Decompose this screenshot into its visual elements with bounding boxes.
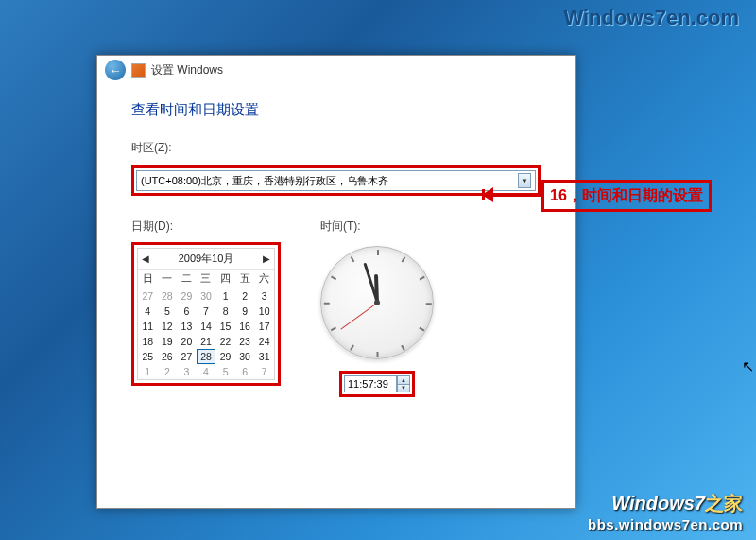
calendar-day[interactable]: 2 xyxy=(235,288,255,304)
back-button[interactable]: ← xyxy=(105,60,126,80)
setup-window: ← 设置 Windows 查看时间和日期设置 时区(Z): (UTC+08:00… xyxy=(96,55,576,509)
clock-tick xyxy=(377,250,379,255)
clock-tick xyxy=(402,256,405,262)
calendar-day[interactable]: 31 xyxy=(254,349,274,364)
time-input[interactable] xyxy=(344,375,397,392)
calendar-day[interactable]: 13 xyxy=(177,319,197,334)
calendar-prev-button[interactable]: ◀ xyxy=(140,253,151,264)
calendar-day[interactable]: 22 xyxy=(215,334,235,349)
calendar-dow: 二 xyxy=(177,270,197,288)
clock-tick xyxy=(377,352,379,357)
calendar-day[interactable]: 25 xyxy=(138,349,158,364)
clock-tick xyxy=(420,327,425,331)
calendar-day[interactable]: 20 xyxy=(177,334,197,349)
calendar-highlight-box: ◀ 2009年10月 ▶ 日一二三四五六27282930123456789101… xyxy=(131,242,281,386)
watermark-top: Windows7en.com xyxy=(563,6,739,30)
calendar-day[interactable]: 9 xyxy=(235,304,255,319)
calendar-day[interactable]: 18 xyxy=(138,334,158,349)
calendar-day[interactable]: 8 xyxy=(215,304,235,319)
timezone-value: (UTC+08:00)北京，重庆，香港特别行政区，乌鲁木齐 xyxy=(141,174,388,188)
spinner-down-icon[interactable]: ▼ xyxy=(398,385,409,392)
calendar-dow: 四 xyxy=(215,270,235,288)
calendar-day[interactable]: 21 xyxy=(197,334,216,349)
calendar-day[interactable]: 17 xyxy=(254,319,274,334)
calendar-day[interactable]: 7 xyxy=(254,364,274,379)
cursor-icon: ↖ xyxy=(742,357,754,375)
timezone-label: 时区(Z): xyxy=(131,140,541,156)
calendar-day[interactable]: 3 xyxy=(177,364,197,379)
calendar-day[interactable]: 26 xyxy=(158,349,178,364)
clock-hub xyxy=(374,300,380,305)
calendar-day[interactable]: 10 xyxy=(254,304,274,319)
time-spinner[interactable]: ▲ ▼ xyxy=(397,375,410,392)
calendar-day[interactable]: 7 xyxy=(197,304,216,319)
calendar-day[interactable]: 1 xyxy=(138,364,158,379)
calendar-day[interactable]: 28 xyxy=(158,288,178,304)
calendar-day[interactable]: 30 xyxy=(235,349,255,364)
titlebar: ← 设置 Windows xyxy=(97,56,575,84)
calendar-day[interactable]: 6 xyxy=(177,304,197,319)
calendar: ◀ 2009年10月 ▶ 日一二三四五六27282930123456789101… xyxy=(137,248,275,380)
calendar-day[interactable]: 6 xyxy=(235,364,255,379)
calendar-day[interactable]: 23 xyxy=(235,334,255,349)
clock-tick xyxy=(420,276,425,280)
calendar-dow: 一 xyxy=(158,270,178,288)
calendar-day[interactable]: 16 xyxy=(235,319,255,334)
watermark-bottom: Windows7之家 bbs.windows7en.com xyxy=(588,491,743,532)
clock-tick xyxy=(331,327,336,331)
clock-tick xyxy=(351,256,354,262)
calendar-dow: 三 xyxy=(197,270,216,288)
calendar-day[interactable]: 29 xyxy=(215,349,235,364)
arrow-left-icon: ← xyxy=(110,63,122,78)
spinner-up-icon[interactable]: ▲ xyxy=(398,376,409,385)
calendar-month-title: 2009年10月 xyxy=(179,252,234,266)
window-icon xyxy=(131,63,146,78)
calendar-day[interactable]: 4 xyxy=(197,364,216,379)
calendar-dow: 六 xyxy=(254,270,274,288)
calendar-day[interactable]: 11 xyxy=(138,319,158,334)
time-highlight-box: ▲ ▼ xyxy=(339,371,415,397)
calendar-day[interactable]: 4 xyxy=(138,304,158,319)
calendar-day[interactable]: 2 xyxy=(158,364,178,379)
calendar-day[interactable]: 5 xyxy=(158,304,178,319)
calendar-day[interactable]: 1 xyxy=(215,288,235,304)
calendar-day[interactable]: 15 xyxy=(215,319,235,334)
calendar-day[interactable]: 27 xyxy=(138,288,158,304)
annotation-arrow-icon xyxy=(484,193,542,197)
clock-tick xyxy=(426,303,432,305)
date-label: 日期(D): xyxy=(131,218,281,235)
clock-tick xyxy=(324,303,330,305)
window-title: 设置 Windows xyxy=(151,62,223,78)
calendar-day[interactable]: 30 xyxy=(197,288,216,304)
calendar-day[interactable]: 29 xyxy=(177,288,197,304)
analog-clock xyxy=(320,246,434,359)
calendar-day[interactable]: 14 xyxy=(197,319,216,334)
dropdown-icon: ▼ xyxy=(518,173,531,188)
calendar-day[interactable]: 19 xyxy=(158,334,178,349)
second-hand xyxy=(340,303,377,330)
calendar-day[interactable]: 3 xyxy=(254,288,274,304)
time-label: 时间(T): xyxy=(320,218,361,235)
calendar-day[interactable]: 5 xyxy=(215,364,235,379)
page-heading: 查看时间和日期设置 xyxy=(131,101,541,119)
content-area: 查看时间和日期设置 时区(Z): (UTC+08:00)北京，重庆，香港特别行政… xyxy=(97,84,575,397)
calendar-dow: 五 xyxy=(235,270,255,288)
calendar-grid: 日一二三四五六272829301234567891011121314151617… xyxy=(138,269,274,379)
annotation-callout: 16，时间和日期的设置 xyxy=(541,180,712,212)
calendar-day[interactable]: 24 xyxy=(254,334,274,349)
calendar-day[interactable]: 27 xyxy=(177,349,197,364)
clock-tick xyxy=(402,345,405,351)
calendar-dow: 日 xyxy=(138,270,158,288)
calendar-day[interactable]: 12 xyxy=(158,319,178,334)
clock-tick xyxy=(331,276,336,280)
calendar-day[interactable]: 28 xyxy=(197,349,216,364)
clock-tick xyxy=(351,345,354,351)
calendar-next-button[interactable]: ▶ xyxy=(261,253,272,264)
